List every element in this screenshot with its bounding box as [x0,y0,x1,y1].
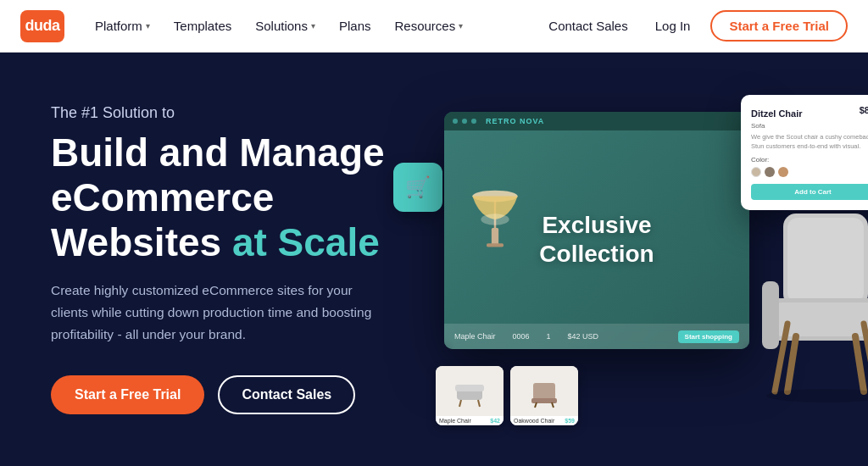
svg-rect-1 [487,243,504,247]
hero-section: The #1 Solution to Build and Manage eCom… [0,53,868,466]
thumb-label-1: Maple Chair $42 [436,416,504,425]
cart-icon: 🛒 [405,175,431,199]
svg-point-15 [766,389,868,402]
color-swatches [751,167,868,177]
lamp-decoration [461,164,529,249]
bottom-bar-qty: 1 [547,332,551,341]
nav-right: Contact Sales Log In Start a Free Trial [542,10,848,42]
svg-rect-19 [455,385,484,391]
bottom-bar-sku: 0006 [513,332,530,341]
chevron-down-icon: ▾ [146,21,150,31]
browser-label: RETRO NOVA [486,117,544,125]
browser-bar: RETRO NOVA [444,112,749,130]
product-price: $84 [860,105,868,115]
browser-content: Exclusive Collection Maple Chair 0006 1 … [444,130,749,349]
svg-rect-9 [762,281,779,349]
start-trial-nav-button[interactable]: Start a Free Trial [710,10,848,42]
svg-rect-6 [787,218,864,302]
svg-point-4 [481,214,509,225]
logo-text: duda [25,17,60,35]
browser-bottom-bar: Maple Chair 0006 1 $42 USD Start shoppin… [444,324,749,349]
exclusive-text: Exclusive Collection [539,211,654,268]
svg-line-11 [787,336,796,391]
svg-line-21 [478,400,480,407]
bottom-bar-product: Maple Chair [454,332,496,341]
svg-rect-22 [533,383,555,400]
color-label: Color: [751,156,868,164]
chevron-down-icon: ▾ [311,21,315,31]
product-subtitle: Sofa [751,122,868,130]
hero-accent: at Scale [232,220,380,264]
color-swatch-3[interactable] [778,167,788,177]
product-grid: Maple Chair $42 Oakwood Chair $59 [436,366,578,425]
logo[interactable]: duda [20,10,64,42]
product-thumb-2[interactable]: Oakwood Chair $59 [510,366,578,425]
svg-line-12 [855,336,864,391]
hero-description: Create highly customized eCommerce sites… [51,280,390,345]
nav-plans[interactable]: Plans [329,14,381,38]
hero-illustration: 🛒 RETRO NOVA [410,86,868,442]
hero-subtitle: The #1 Solution to [51,104,390,122]
chair-illustration [741,188,868,408]
thumb-label-2: Oakwood Chair $59 [510,416,578,425]
bottom-bar-price: $42 USD [568,332,599,341]
hero-content: The #1 Solution to Build and Manage eCom… [51,104,390,414]
svg-rect-23 [531,398,557,403]
nav-solutions[interactable]: Solutions ▾ [245,14,326,38]
start-shopping-button[interactable]: Start shopping [678,330,739,343]
color-swatch-1[interactable] [751,167,761,177]
browser-dot [462,119,467,124]
hero-title: Build and Manage eCommerce Websites at S… [51,130,390,265]
nav-links: Platform ▾ Templates Solutions ▾ Plans R… [85,14,542,38]
browser-dot [471,119,476,124]
thumb-img-1 [436,366,504,416]
svg-rect-0 [492,228,498,246]
nav-resources[interactable]: Resources ▾ [384,14,473,38]
hero-buttons: Start a Free Trial Contact Sales [51,375,390,414]
login-link[interactable]: Log In [648,14,698,38]
contact-sales-hero-button[interactable]: Contact Sales [218,375,355,414]
cart-bubble: 🛒 [393,163,442,212]
chevron-down-icon: ▾ [459,21,463,31]
svg-line-20 [459,400,461,407]
browser-dot [453,119,458,124]
thumb-img-2 [510,366,578,416]
start-trial-hero-button[interactable]: Start a Free Trial [51,375,204,414]
product-thumb-1[interactable]: Maple Chair $42 [436,366,504,425]
nav-templates[interactable]: Templates [164,14,242,38]
navbar: duda Platform ▾ Templates Solutions ▾ Pl… [0,0,868,53]
browser-mockup: RETRO NOVA [444,112,749,349]
product-title: Ditzel Chair [751,108,803,119]
product-description: We give the Scout chair a cushy comeback… [751,133,868,151]
nav-platform[interactable]: Platform ▾ [85,14,160,38]
color-swatch-2[interactable] [765,167,775,177]
contact-sales-link[interactable]: Contact Sales [542,14,634,38]
